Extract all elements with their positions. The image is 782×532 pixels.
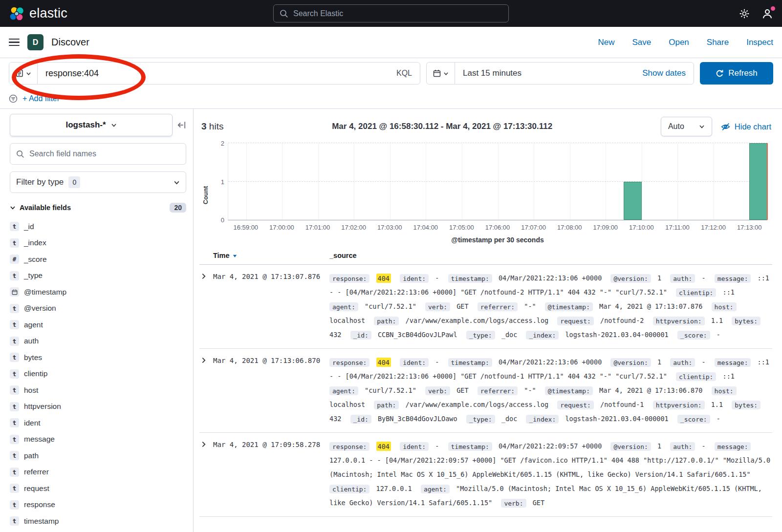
index-pattern-select[interactable]: logstash-*	[10, 114, 173, 136]
refresh-button[interactable]: Refresh	[700, 62, 773, 85]
field-key-chip: path:	[374, 317, 399, 325]
field-value: _doc	[501, 331, 518, 339]
field-item-timestamp[interactable]: ttimestamp	[10, 513, 186, 530]
field-item-@version[interactable]: t@version	[10, 300, 186, 317]
query-input[interactable]	[38, 68, 389, 79]
menu-icon[interactable]	[9, 39, 20, 46]
field-item-path[interactable]: tpath	[10, 447, 186, 464]
field-key-chip: response:	[329, 274, 369, 283]
gridline	[677, 143, 678, 220]
query-language-button[interactable]: KQL	[389, 69, 420, 78]
x-tick-label: 17:13:00	[737, 224, 762, 231]
save-button[interactable]: Save	[632, 38, 651, 47]
elastic-home-link[interactable]: elastic	[9, 6, 67, 21]
field-type-string-icon: t	[10, 402, 19, 411]
filter-options-icon[interactable]	[9, 94, 18, 103]
field-key-chip: host:	[712, 302, 737, 311]
field-type-string-icon: t	[10, 484, 19, 493]
field-type-string-icon: t	[10, 385, 19, 395]
field-key-chip: auth:	[670, 274, 695, 283]
field-item-message[interactable]: tmessage	[10, 431, 186, 448]
open-button[interactable]: Open	[669, 38, 689, 47]
saved-queries-button[interactable]	[9, 63, 38, 84]
global-search[interactable]	[273, 4, 509, 22]
time-range-value[interactable]: Last 15 minutes	[455, 68, 521, 78]
field-search-input[interactable]	[29, 149, 180, 158]
field-type-number-icon: #	[10, 255, 19, 264]
field-name: host	[24, 386, 38, 395]
chevron-down-icon	[111, 122, 117, 128]
field-value: 04/Mar/2021:22:13:06 +0000	[499, 274, 602, 282]
chevron-down-icon	[699, 124, 705, 129]
field-value: 04/Mar/2021:22:13:06 +0000	[499, 358, 602, 366]
field-item-auth[interactable]: tauth	[10, 333, 186, 350]
field-item-clientip[interactable]: tclientip	[10, 366, 186, 383]
field-name: auth	[24, 337, 39, 345]
add-filter-button[interactable]: + Add filter	[22, 94, 60, 103]
field-value: -	[435, 358, 439, 366]
field-key-chip: _id:	[350, 331, 371, 340]
x-tick-label: 17:02:00	[341, 224, 366, 231]
x-tick-label: 17:11:00	[665, 224, 690, 231]
field-item-@timestamp[interactable]: @timestamp	[10, 284, 186, 300]
interval-select[interactable]: Auto	[661, 117, 712, 136]
field-key-chip: verb:	[501, 499, 526, 508]
field-name: ident	[24, 419, 41, 427]
content-area: logstash-* Filter by	[0, 109, 782, 532]
fields-sidebar: logstash-* Filter by	[0, 109, 194, 532]
expand-row-icon[interactable]	[199, 439, 213, 447]
field-item-agent[interactable]: tagent	[10, 317, 186, 333]
gridline	[282, 143, 282, 220]
field-value: Mar 4, 2021 @ 17:13:07.876	[599, 302, 702, 310]
inspect-button[interactable]: Inspect	[746, 38, 773, 47]
x-tick-label: 17:09:00	[593, 224, 618, 231]
new-button[interactable]: New	[598, 38, 614, 47]
field-item-host[interactable]: thost	[10, 382, 186, 399]
table-rows: Mar 4, 2021 @ 17:13:07.876response: 404 …	[199, 265, 772, 517]
table-row: Mar 4, 2021 @ 17:09:58.278response: 404 …	[199, 433, 772, 517]
x-tick-label: 17:04:00	[413, 224, 438, 231]
expand-row-icon[interactable]	[199, 355, 213, 363]
gridline	[390, 143, 391, 220]
field-item-_score[interactable]: #_score	[10, 251, 186, 268]
field-key-chip: message:	[715, 274, 751, 283]
field-value: "curl/7.52.1"	[365, 386, 416, 394]
field-key-chip: @version:	[610, 442, 651, 451]
field-key-chip: ident:	[400, 358, 429, 367]
user-avatar[interactable]	[761, 8, 773, 20]
filter-by-type-select[interactable]: Filter by type 0	[10, 171, 186, 193]
date-picker-calendar-button[interactable]	[427, 63, 455, 84]
field-name: httpversion	[24, 402, 61, 411]
x-tick-label: 17:12:00	[701, 224, 726, 231]
field-item-httpversion[interactable]: thttpversion	[10, 399, 186, 415]
histogram-bar[interactable]	[624, 182, 642, 220]
settings-icon[interactable]	[739, 8, 750, 19]
field-item-ident[interactable]: tident	[10, 415, 186, 431]
histogram-bar[interactable]	[749, 143, 767, 220]
show-dates-link[interactable]: Show dates	[642, 68, 694, 78]
field-value: "curl/7.52.1"	[365, 302, 416, 310]
field-key-chip: request:	[557, 401, 594, 409]
collapse-sidebar-icon[interactable]	[177, 121, 186, 129]
available-fields-header[interactable]: Available fields 20	[10, 203, 186, 213]
field-item-_type[interactable]: t_type	[10, 268, 186, 284]
field-value: 432	[329, 331, 341, 339]
field-item-bytes[interactable]: tbytes	[10, 349, 186, 366]
expand-row-icon[interactable]	[199, 271, 213, 279]
field-value: CCBN_3cB04dGovJLPawl	[378, 331, 457, 339]
hide-chart-button[interactable]: Hide chart	[721, 122, 771, 131]
field-item-_id[interactable]: t_id	[10, 218, 186, 235]
field-item-response[interactable]: tresponse	[10, 497, 186, 513]
x-tick-label: 16:59:00	[233, 224, 258, 231]
field-item-request[interactable]: trequest	[10, 480, 186, 497]
field-name: bytes	[24, 353, 42, 362]
field-item-referrer[interactable]: treferrer	[10, 464, 186, 481]
global-search-input[interactable]	[293, 9, 502, 18]
field-name: _index	[24, 238, 46, 247]
field-key-chip: _id:	[350, 415, 371, 424]
row-time: Mar 4, 2021 @ 17:13:06.870	[213, 355, 329, 364]
global-header: elastic	[0, 0, 782, 27]
share-button[interactable]: Share	[707, 38, 729, 47]
time-column-header[interactable]: Time	[213, 252, 329, 259]
field-item-_index[interactable]: t_index	[10, 235, 186, 252]
